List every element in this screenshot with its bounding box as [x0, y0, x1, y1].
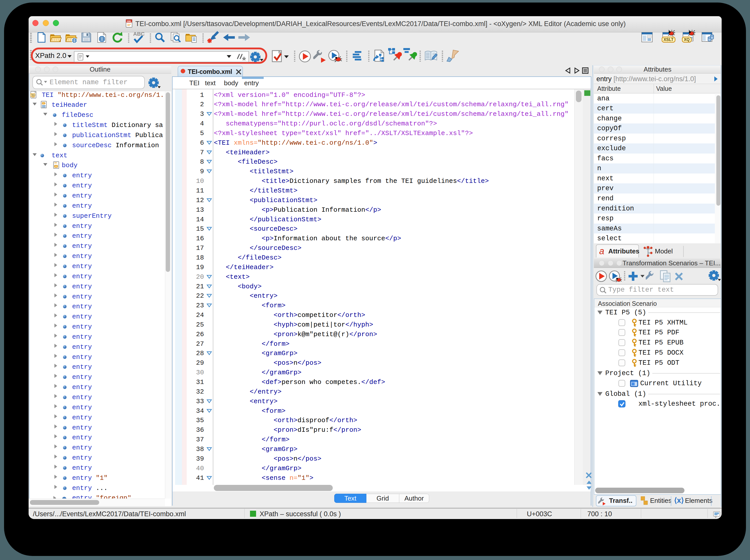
svg-text:TEI: TEI	[31, 94, 34, 96]
svg-text:XSLT: XSLT	[664, 37, 674, 42]
svg-text:XQ: XQ	[684, 37, 690, 42]
svg-text:ABC: ABC	[133, 31, 145, 37]
svg-text:XML: XML	[127, 20, 132, 22]
